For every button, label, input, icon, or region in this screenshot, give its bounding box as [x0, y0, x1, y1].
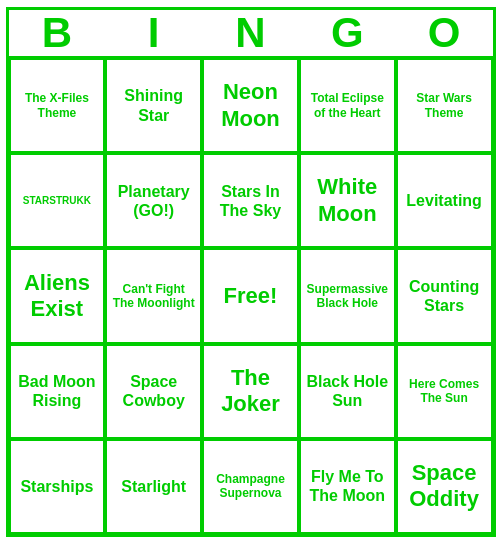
bingo-grid: The X-Files ThemeShining StarNeon MoonTo… — [9, 56, 493, 534]
cell-r1-c1[interactable]: Planetary (GO!) — [105, 153, 202, 248]
cell-r3-c4[interactable]: Here Comes The Sun — [396, 344, 493, 439]
cell-r0-c0[interactable]: The X-Files Theme — [9, 58, 106, 153]
cell-r0-c3[interactable]: Total Eclipse of the Heart — [299, 58, 396, 153]
cell-r1-c4[interactable]: Levitating — [396, 153, 493, 248]
bingo-card: BINGO The X-Files ThemeShining StarNeon … — [6, 7, 496, 537]
bingo-header: BINGO — [9, 10, 493, 56]
cell-r3-c2[interactable]: The Joker — [202, 344, 299, 439]
cell-r2-c3[interactable]: Supermassive Black Hole — [299, 248, 396, 343]
cell-r4-c4[interactable]: Space Oddity — [396, 439, 493, 534]
header-letter-g: G — [299, 10, 396, 56]
cell-r1-c3[interactable]: White Moon — [299, 153, 396, 248]
cell-r4-c0[interactable]: Starships — [9, 439, 106, 534]
cell-r1-c2[interactable]: Stars In The Sky — [202, 153, 299, 248]
cell-r1-c0[interactable]: STARSTRUKK — [9, 153, 106, 248]
cell-r0-c2[interactable]: Neon Moon — [202, 58, 299, 153]
cell-r2-c4[interactable]: Counting Stars — [396, 248, 493, 343]
cell-r3-c1[interactable]: Space Cowboy — [105, 344, 202, 439]
cell-r2-c1[interactable]: Can't Fight The Moonlight — [105, 248, 202, 343]
header-letter-n: N — [202, 10, 299, 56]
cell-r4-c2[interactable]: Champagne Supernova — [202, 439, 299, 534]
header-letter-o: O — [396, 10, 493, 56]
cell-r2-c0[interactable]: Aliens Exist — [9, 248, 106, 343]
cell-r0-c4[interactable]: Star Wars Theme — [396, 58, 493, 153]
cell-r4-c1[interactable]: Starlight — [105, 439, 202, 534]
cell-r2-c2[interactable]: Free! — [202, 248, 299, 343]
cell-r3-c3[interactable]: Black Hole Sun — [299, 344, 396, 439]
cell-r0-c1[interactable]: Shining Star — [105, 58, 202, 153]
cell-r4-c3[interactable]: Fly Me To The Moon — [299, 439, 396, 534]
header-letter-b: B — [9, 10, 106, 56]
header-letter-i: I — [105, 10, 202, 56]
cell-r3-c0[interactable]: Bad Moon Rising — [9, 344, 106, 439]
